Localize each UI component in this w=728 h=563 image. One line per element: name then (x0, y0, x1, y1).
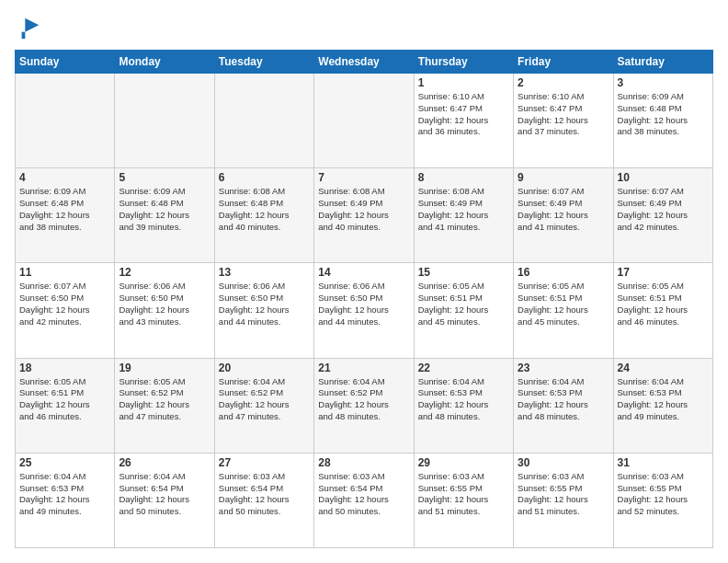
calendar-cell: 11Sunrise: 6:07 AMSunset: 6:50 PMDayligh… (16, 263, 115, 358)
day-info: Sunrise: 6:06 AMSunset: 6:50 PMDaylight:… (119, 281, 210, 327)
calendar-cell: 29Sunrise: 6:03 AMSunset: 6:55 PMDayligh… (414, 453, 513, 547)
day-number: 5 (119, 171, 210, 184)
calendar-cell: 2Sunrise: 6:10 AMSunset: 6:47 PMDaylight… (514, 74, 613, 168)
day-number: 29 (418, 456, 509, 469)
calendar-cell: 4Sunrise: 6:09 AMSunset: 6:48 PMDaylight… (16, 168, 115, 263)
calendar-table: SundayMondayTuesdayWednesdayThursdayFrid… (15, 50, 713, 548)
day-info: Sunrise: 6:08 AMSunset: 6:49 PMDaylight:… (318, 186, 409, 233)
calendar-cell: 21Sunrise: 6:04 AMSunset: 6:52 PMDayligh… (314, 358, 414, 453)
calendar-cell (16, 74, 115, 168)
day-info: Sunrise: 6:05 AMSunset: 6:51 PMDaylight:… (19, 376, 110, 423)
day-info: Sunrise: 6:04 AMSunset: 6:53 PMDaylight:… (518, 376, 609, 423)
day-number: 16 (518, 266, 609, 279)
weekday-header-saturday: Saturday (613, 51, 712, 74)
week-row-4: 18Sunrise: 6:05 AMSunset: 6:51 PMDayligh… (16, 358, 713, 453)
day-info: Sunrise: 6:07 AMSunset: 6:49 PMDaylight:… (618, 186, 709, 233)
weekday-header-friday: Friday (514, 51, 613, 74)
day-info: Sunrise: 6:04 AMSunset: 6:53 PMDaylight:… (19, 471, 110, 518)
day-number: 15 (418, 266, 509, 279)
calendar-cell: 10Sunrise: 6:07 AMSunset: 6:49 PMDayligh… (613, 168, 712, 263)
day-info: Sunrise: 6:04 AMSunset: 6:54 PMDaylight:… (119, 471, 210, 518)
day-info: Sunrise: 6:05 AMSunset: 6:51 PMDaylight:… (418, 281, 509, 327)
calendar-cell: 19Sunrise: 6:05 AMSunset: 6:52 PMDayligh… (115, 358, 214, 453)
day-number: 18 (19, 362, 110, 374)
day-info: Sunrise: 6:03 AMSunset: 6:55 PMDaylight:… (618, 471, 709, 518)
calendar-cell: 16Sunrise: 6:05 AMSunset: 6:51 PMDayligh… (514, 263, 613, 358)
day-info: Sunrise: 6:09 AMSunset: 6:48 PMDaylight:… (19, 186, 110, 233)
calendar-cell: 1Sunrise: 6:10 AMSunset: 6:47 PMDaylight… (414, 74, 513, 168)
week-row-2: 4Sunrise: 6:09 AMSunset: 6:48 PMDaylight… (16, 168, 713, 263)
calendar-cell: 13Sunrise: 6:06 AMSunset: 6:50 PMDayligh… (214, 263, 313, 358)
day-number: 13 (219, 266, 310, 279)
day-info: Sunrise: 6:05 AMSunset: 6:52 PMDaylight:… (119, 376, 210, 423)
day-number: 9 (518, 171, 609, 184)
calendar-cell (115, 74, 214, 168)
day-number: 8 (418, 171, 509, 184)
weekday-header-tuesday: Tuesday (214, 51, 313, 74)
day-number: 21 (318, 362, 409, 374)
weekday-header-monday: Monday (115, 51, 214, 74)
calendar-cell: 7Sunrise: 6:08 AMSunset: 6:49 PMDaylight… (314, 168, 414, 263)
day-number: 10 (618, 171, 709, 184)
calendar-cell: 9Sunrise: 6:07 AMSunset: 6:49 PMDaylight… (514, 168, 613, 263)
day-number: 7 (318, 171, 409, 184)
calendar-cell: 20Sunrise: 6:04 AMSunset: 6:52 PMDayligh… (214, 358, 313, 453)
calendar-cell: 26Sunrise: 6:04 AMSunset: 6:54 PMDayligh… (115, 453, 214, 547)
calendar-cell: 18Sunrise: 6:05 AMSunset: 6:51 PMDayligh… (16, 358, 115, 453)
calendar-cell: 28Sunrise: 6:03 AMSunset: 6:54 PMDayligh… (314, 453, 414, 547)
calendar-cell: 5Sunrise: 6:09 AMSunset: 6:48 PMDaylight… (115, 168, 214, 263)
day-number: 19 (119, 362, 210, 374)
week-row-1: 1Sunrise: 6:10 AMSunset: 6:47 PMDaylight… (16, 74, 713, 168)
week-row-3: 11Sunrise: 6:07 AMSunset: 6:50 PMDayligh… (16, 263, 713, 358)
day-info: Sunrise: 6:04 AMSunset: 6:52 PMDaylight:… (318, 376, 409, 423)
day-number: 11 (19, 266, 110, 279)
calendar-cell: 14Sunrise: 6:06 AMSunset: 6:50 PMDayligh… (314, 263, 414, 358)
day-number: 23 (518, 362, 609, 374)
day-number: 26 (119, 456, 210, 469)
calendar-cell: 24Sunrise: 6:04 AMSunset: 6:53 PMDayligh… (613, 358, 712, 453)
day-info: Sunrise: 6:03 AMSunset: 6:54 PMDaylight:… (219, 471, 310, 518)
logo (15, 15, 42, 40)
day-info: Sunrise: 6:04 AMSunset: 6:52 PMDaylight:… (219, 376, 310, 423)
calendar-cell: 31Sunrise: 6:03 AMSunset: 6:55 PMDayligh… (613, 453, 712, 547)
weekday-header-thursday: Thursday (414, 51, 513, 74)
calendar-cell: 6Sunrise: 6:08 AMSunset: 6:48 PMDaylight… (214, 168, 313, 263)
day-number: 4 (19, 171, 110, 184)
day-info: Sunrise: 6:09 AMSunset: 6:48 PMDaylight:… (119, 186, 210, 233)
day-info: Sunrise: 6:03 AMSunset: 6:55 PMDaylight:… (518, 471, 609, 518)
page: SundayMondayTuesdayWednesdayThursdayFrid… (0, 0, 728, 563)
day-number: 31 (618, 456, 709, 469)
calendar-cell: 30Sunrise: 6:03 AMSunset: 6:55 PMDayligh… (514, 453, 613, 547)
day-number: 6 (219, 171, 310, 184)
svg-rect-1 (22, 32, 26, 39)
calendar-cell (214, 74, 313, 168)
weekday-header-row: SundayMondayTuesdayWednesdayThursdayFrid… (16, 51, 713, 74)
weekday-header-wednesday: Wednesday (314, 51, 414, 74)
day-info: Sunrise: 6:04 AMSunset: 6:53 PMDaylight:… (618, 376, 709, 423)
day-number: 12 (119, 266, 210, 279)
calendar-cell: 22Sunrise: 6:04 AMSunset: 6:53 PMDayligh… (414, 358, 513, 453)
day-number: 24 (618, 362, 709, 374)
calendar-cell (314, 74, 414, 168)
day-number: 14 (318, 266, 409, 279)
day-info: Sunrise: 6:10 AMSunset: 6:47 PMDaylight:… (518, 91, 609, 138)
day-info: Sunrise: 6:06 AMSunset: 6:50 PMDaylight:… (318, 281, 409, 327)
day-number: 28 (318, 456, 409, 469)
day-number: 30 (518, 456, 609, 469)
day-number: 17 (618, 266, 709, 279)
day-info: Sunrise: 6:04 AMSunset: 6:53 PMDaylight:… (418, 376, 509, 423)
calendar-cell: 17Sunrise: 6:05 AMSunset: 6:51 PMDayligh… (613, 263, 712, 358)
day-info: Sunrise: 6:06 AMSunset: 6:50 PMDaylight:… (219, 281, 310, 327)
calendar-cell: 25Sunrise: 6:04 AMSunset: 6:53 PMDayligh… (16, 453, 115, 547)
day-number: 2 (518, 76, 609, 89)
logo-icon (17, 15, 42, 40)
day-number: 27 (219, 456, 310, 469)
calendar-cell: 27Sunrise: 6:03 AMSunset: 6:54 PMDayligh… (214, 453, 313, 547)
calendar-cell: 8Sunrise: 6:08 AMSunset: 6:49 PMDaylight… (414, 168, 513, 263)
day-info: Sunrise: 6:09 AMSunset: 6:48 PMDaylight:… (618, 91, 709, 138)
svg-marker-0 (25, 18, 39, 32)
calendar-cell: 23Sunrise: 6:04 AMSunset: 6:53 PMDayligh… (514, 358, 613, 453)
day-info: Sunrise: 6:07 AMSunset: 6:49 PMDaylight:… (518, 186, 609, 233)
day-info: Sunrise: 6:03 AMSunset: 6:55 PMDaylight:… (418, 471, 509, 518)
weekday-header-sunday: Sunday (16, 51, 115, 74)
